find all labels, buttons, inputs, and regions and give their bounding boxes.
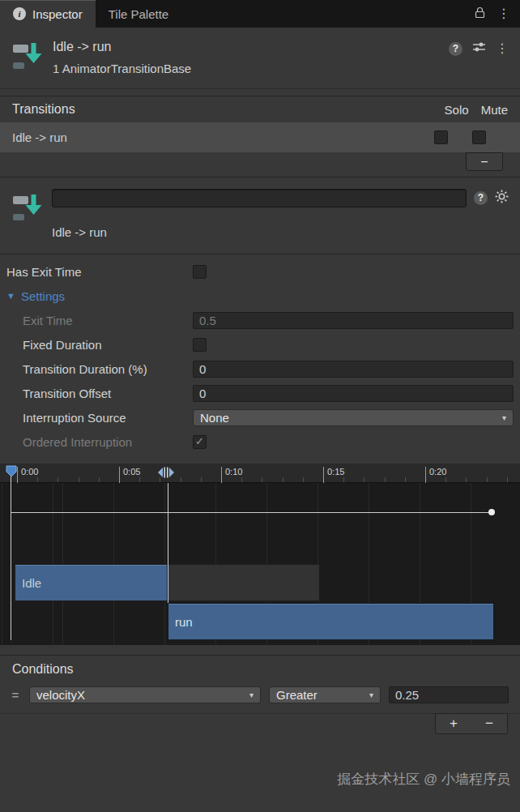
blend-weight-handle[interactable]: [488, 509, 495, 515]
ruler-tick-label: 0:15: [323, 467, 344, 483]
interruption-source-label: Interruption Source: [6, 411, 193, 425]
timeline-ruler[interactable]: 0:00 0:05 0:10 0:15 0:20: [0, 464, 520, 483]
chevron-down-icon: ▾: [369, 690, 373, 699]
remove-transition-button[interactable]: −: [466, 152, 503, 171]
kebab-menu-icon[interactable]: ⋮: [497, 7, 510, 20]
tab-bar: i Inspector Tile Palette ⋮: [0, 0, 520, 28]
has-exit-time-checkbox[interactable]: [193, 265, 207, 279]
animator-transition-icon: [11, 192, 42, 223]
transition-offset-field[interactable]: 0: [193, 385, 514, 402]
exit-time-row: Exit Time 0.5: [0, 308, 520, 332]
ruler-tick-label: 0:20: [425, 467, 446, 483]
detail-name-row: ?: [52, 189, 509, 207]
exit-time-label: Exit Time: [6, 314, 193, 327]
interruption-source-row: Interruption Source None ▾: [0, 405, 520, 430]
blend-weight-line: [11, 512, 494, 513]
transition-range-markers-icon[interactable]: [156, 466, 177, 482]
conditions-section: Conditions = velocityX ▾ Greater ▾ 0.25 …: [0, 655, 520, 750]
transition-duration-label: Transition Duration (%): [6, 362, 193, 376]
lock-icon[interactable]: [475, 6, 485, 22]
transitions-section: Transitions Solo Mute Idle -> run −: [0, 96, 520, 177]
transition-list-item[interactable]: Idle -> run: [0, 122, 520, 152]
conditions-list-footer: + −: [0, 713, 520, 750]
chevron-down-icon: ▾: [502, 413, 506, 422]
inspector-panel: i Inspector Tile Palette ⋮: [0, 0, 520, 812]
transition-list-item-label: Idle -> run: [12, 130, 67, 144]
settings-foldout[interactable]: ▼ Settings: [0, 284, 520, 308]
condition-row: = velocityX ▾ Greater ▾ 0.25: [0, 683, 520, 706]
transition-time-line: [168, 483, 168, 603]
transition-name-field[interactable]: [52, 189, 467, 207]
transition-header: Idle -> run 1 AnimatorTransitionBase ? ⋮: [0, 28, 520, 89]
condition-parameter-value: velocityX: [36, 688, 85, 702]
transition-properties: Has Exit Time ▼ Settings Exit Time 0.5 F…: [0, 254, 520, 459]
watermark-text: 掘金技术社区 @ 小墙程序员: [337, 770, 510, 788]
add-condition-button[interactable]: +: [436, 714, 471, 733]
tab-inspector[interactable]: i Inspector: [0, 0, 96, 28]
settings-foldout-label: Settings: [21, 289, 65, 303]
transitions-title: Transitions: [12, 102, 75, 117]
fixed-duration-row: Fixed Duration: [0, 332, 520, 357]
reorder-handle-icon[interactable]: =: [10, 688, 21, 702]
transitions-section-header: Transitions Solo Mute: [0, 96, 520, 122]
ruler-tick-label: 0:10: [221, 467, 242, 483]
clip-label: Idle: [15, 576, 41, 590]
kebab-menu-icon[interactable]: ⋮: [496, 42, 509, 55]
solo-column-header: Solo: [445, 103, 469, 117]
info-icon: i: [13, 7, 26, 20]
mute-column-header: Mute: [481, 103, 508, 117]
condition-operator-value: Greater: [276, 688, 318, 702]
help-icon[interactable]: ?: [474, 191, 488, 205]
transition-timeline: 0:00 0:05 0:10 0:15 0:20: [0, 464, 520, 645]
chevron-down-icon: ▾: [249, 690, 254, 699]
header-text: Idle -> run 1 AnimatorTransitionBase: [53, 39, 449, 75]
header-actions: ? ⋮: [449, 41, 509, 56]
conditions-title: Conditions: [12, 662, 74, 677]
transition-detail-header: ? Idle -> run: [0, 177, 520, 254]
timeline-clip-run[interactable]: run: [168, 603, 494, 640]
animator-transition-icon: [11, 41, 42, 71]
exit-time-field: 0.5: [193, 312, 514, 329]
transition-duration-row: Transition Duration (%) 0: [0, 357, 520, 381]
clip-label: run: [168, 615, 193, 629]
gear-icon[interactable]: [495, 190, 509, 207]
playhead-line: [11, 477, 11, 640]
transition-detail-label: Idle -> run: [52, 225, 509, 239]
conditions-add-remove-box: + −: [435, 713, 508, 734]
tab-inspector-label: Inspector: [32, 7, 83, 21]
mute-checkbox[interactable]: [472, 130, 486, 144]
transitions-list-footer: −: [0, 152, 520, 177]
solo-checkbox[interactable]: [434, 130, 448, 144]
header-subtitle: 1 AnimatorTransitionBase: [53, 62, 449, 75]
transition-offset-label: Transition Offset: [6, 387, 193, 400]
interruption-source-value: None: [200, 411, 229, 425]
fixed-duration-label: Fixed Duration: [6, 338, 193, 352]
transition-duration-field[interactable]: 0: [193, 361, 514, 378]
foldout-arrow-icon: ▼: [6, 291, 15, 301]
interruption-source-dropdown[interactable]: None ▾: [193, 409, 514, 426]
condition-value-field[interactable]: 0.25: [389, 686, 509, 703]
condition-operator-dropdown[interactable]: Greater ▾: [269, 686, 381, 703]
playhead-icon[interactable]: [6, 465, 17, 481]
detail-right: ? Idle -> run: [52, 189, 509, 239]
ordered-interruption-label: Ordered Interruption: [6, 435, 193, 449]
fixed-duration-checkbox[interactable]: [193, 338, 207, 352]
conditions-section-header: Conditions: [0, 656, 520, 683]
page-title: Idle -> run: [53, 40, 449, 54]
ordered-interruption-checkbox: [193, 435, 207, 449]
preset-icon[interactable]: [472, 41, 486, 56]
ruler-tick-label: 0:05: [119, 467, 140, 483]
tab-bar-actions: ⋮: [475, 0, 520, 28]
ordered-interruption-row: Ordered Interruption: [0, 430, 520, 454]
remove-condition-button[interactable]: −: [471, 714, 507, 733]
has-exit-time-row: Has Exit Time: [0, 259, 520, 284]
has-exit-time-label: Has Exit Time: [6, 265, 193, 279]
tab-tile-palette-label: Tile Palette: [109, 7, 168, 21]
help-icon[interactable]: ?: [449, 42, 462, 56]
condition-parameter-dropdown[interactable]: velocityX ▾: [29, 686, 261, 703]
tab-tile-palette[interactable]: Tile Palette: [96, 0, 181, 28]
transition-offset-row: Transition Offset 0: [0, 381, 520, 405]
ruler-tick-label: 0:00: [17, 467, 38, 483]
